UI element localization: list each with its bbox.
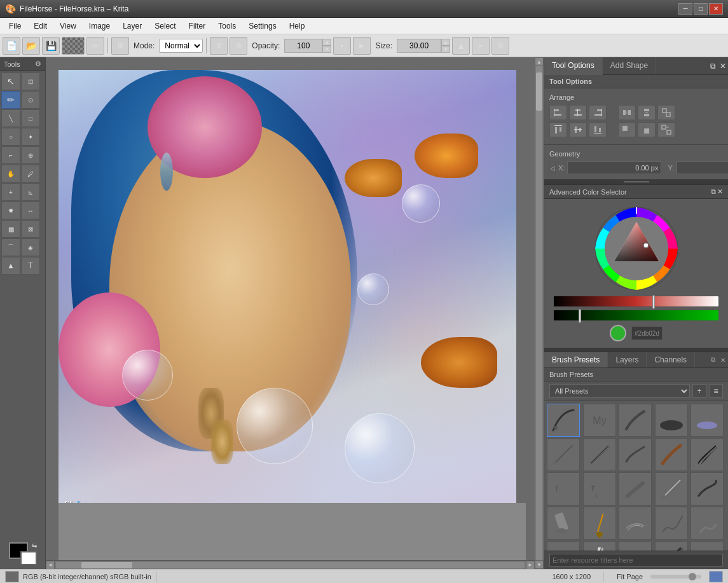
tools-options-icon[interactable]: ⚙ [35, 60, 41, 68]
h-scroll-thumb[interactable] [81, 562, 132, 568]
text-tool[interactable]: T [21, 257, 40, 275]
y-input[interactable] [676, 161, 728, 174]
brush-item-5[interactable] [690, 404, 724, 437]
play-btn[interactable]: ▶ [353, 37, 371, 55]
v-scrollbar[interactable]: ▲ ▼ [535, 57, 544, 569]
brush-item-14[interactable] [655, 472, 688, 505]
brush-preset-btn[interactable] [62, 37, 85, 55]
brush-item-20[interactable] [690, 507, 724, 540]
brush-item-19[interactable] [655, 507, 688, 540]
scroll-right-arrow[interactable]: ► [526, 561, 535, 570]
brush-item-21[interactable] [547, 541, 580, 551]
brush-item-12[interactable]: T [583, 472, 616, 505]
open-btn[interactable]: 📂 [22, 37, 40, 55]
brush-item-11[interactable]: T [547, 472, 580, 505]
zoom-tool[interactable]: ⊕ [21, 146, 40, 164]
contiguous-select[interactable]: ✦ [21, 128, 40, 146]
brush-item-24[interactable] [655, 541, 688, 551]
zoom-slider[interactable] [650, 575, 701, 579]
brush-item-4[interactable] [655, 404, 688, 437]
v-scroll-down[interactable]: ▼ [535, 560, 544, 569]
close-button[interactable]: ✕ [709, 3, 723, 15]
menu-layer[interactable]: Layer [116, 19, 148, 33]
color-panel-float[interactable]: ⧉ [711, 188, 716, 196]
panel-close-btn[interactable]: ✕ [718, 57, 728, 74]
menu-help[interactable]: Help [283, 19, 312, 33]
opacity-down[interactable]: ▼ [322, 46, 331, 53]
move-tool[interactable]: + [1, 183, 20, 201]
brush-item-16[interactable] [547, 507, 580, 540]
size-down[interactable]: ▼ [441, 46, 450, 53]
group-btn[interactable] [657, 105, 675, 120]
align-bottom-btn[interactable] [589, 122, 607, 137]
brush-item-15[interactable] [690, 472, 724, 505]
distribute-v-btn[interactable] [638, 105, 656, 120]
color-wheel-svg[interactable] [592, 204, 681, 293]
cage-transform[interactable]: ⊠ [21, 220, 40, 238]
size-up[interactable]: ▲ [441, 39, 450, 46]
opacity-spinner[interactable]: ▲ ▼ [284, 39, 331, 53]
hue-slider[interactable] [553, 296, 719, 307]
bring-front-btn[interactable] [618, 122, 636, 137]
ungroup-btn[interactable] [657, 122, 675, 137]
panel-divider[interactable] [544, 179, 728, 184]
v-scroll-thumb[interactable] [536, 72, 542, 111]
menu-filter[interactable]: Filter [182, 19, 212, 33]
brush-item-13[interactable] [619, 472, 652, 505]
opacity-input[interactable] [284, 39, 322, 53]
align-center-v-btn[interactable] [569, 122, 587, 137]
pan-tool[interactable]: ✋ [1, 165, 20, 182]
ellipse-tool[interactable]: ○ [1, 128, 20, 146]
blend-mode-select[interactable]: Normal [159, 39, 203, 53]
transform-tool[interactable]: ⊡ [21, 72, 40, 90]
brush-tool-btn[interactable]: ✏ [86, 37, 104, 55]
tool2-btn[interactable]: ▸ [472, 37, 490, 55]
channels-tab[interactable]: Channels [647, 352, 695, 367]
background-color[interactable] [20, 551, 37, 565]
brush-item-6[interactable] [547, 438, 580, 471]
align-right-btn[interactable] [589, 105, 607, 120]
menu-image[interactable]: Image [83, 19, 116, 33]
panel-float-btn[interactable]: ⧉ [708, 57, 718, 74]
brush-item-25[interactable] [690, 541, 724, 551]
brush-presets-tab[interactable]: Brush Presets [544, 352, 608, 367]
layers-tab[interactable]: Layers [608, 352, 647, 367]
brush-item-3[interactable] [619, 404, 652, 437]
preserve-btn[interactable]: ⊕ [230, 37, 247, 55]
menu-settings[interactable]: Settings [242, 19, 282, 33]
brush-item-2[interactable]: My [583, 404, 616, 437]
tab-tool-options[interactable]: Tool Options [544, 57, 603, 75]
v-scroll-up[interactable]: ▲ [535, 57, 544, 66]
brush-category-select[interactable]: All Presets [549, 384, 690, 398]
assistant-tool[interactable]: ⊾ [21, 183, 40, 201]
h-scrollbar[interactable]: ◄ ► [46, 560, 535, 569]
minimize-button[interactable]: ─ [678, 3, 692, 15]
h-scroll-track[interactable] [56, 562, 525, 568]
erase-btn[interactable]: ⊗ [210, 37, 228, 55]
tool1-btn[interactable]: ▲ [452, 37, 470, 55]
x-input[interactable] [567, 161, 661, 174]
brush-item-7[interactable] [583, 438, 616, 471]
color-wheel-container[interactable]: #2db02d [544, 199, 728, 348]
status-icon-btn[interactable] [709, 571, 723, 582]
menu-view[interactable]: View [53, 19, 83, 33]
swap-colors[interactable]: ⇆ [32, 542, 37, 549]
crop-tool[interactable]: ⌐ [1, 146, 20, 164]
freehand-brush[interactable]: ✏ [1, 91, 20, 109]
brush-item-22[interactable] [583, 541, 616, 551]
line-tool[interactable]: ╲ [1, 109, 20, 127]
new-btn[interactable]: 📄 [3, 37, 20, 55]
fill-tool[interactable]: ▲ [1, 257, 20, 275]
brush-panel-close[interactable]: ✕ [718, 352, 728, 367]
brush-item-1[interactable] [547, 404, 580, 437]
brush-search-input[interactable] [549, 554, 723, 566]
flow-btn[interactable]: ▸ [333, 37, 351, 55]
distribute-h-btn[interactable] [618, 105, 636, 120]
menu-file[interactable]: File [3, 19, 27, 33]
menu-select[interactable]: Select [148, 19, 182, 33]
save-btn[interactable]: 💾 [42, 37, 60, 55]
brush-item-9[interactable] [655, 438, 688, 471]
sat-slider[interactable] [553, 310, 719, 321]
menu-tools[interactable]: Tools [212, 19, 242, 33]
brush-item-10[interactable] [690, 438, 724, 471]
